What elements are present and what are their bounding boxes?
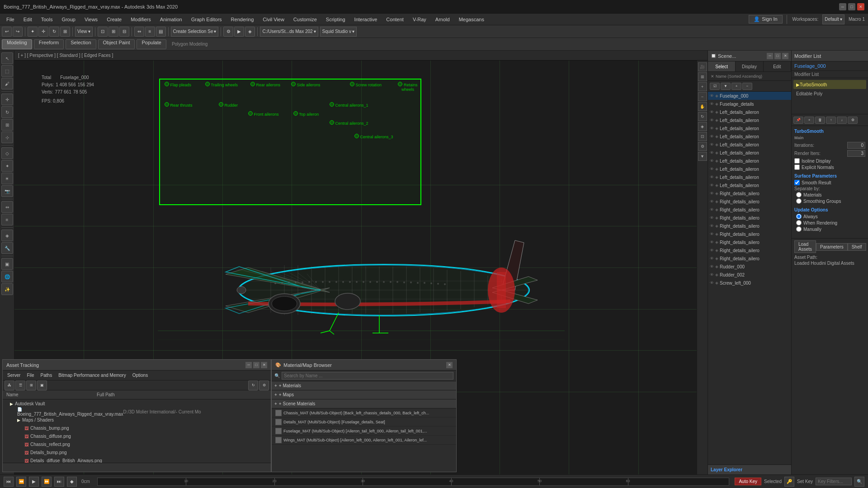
menu-animation[interactable]: Animation [156, 15, 187, 23]
set-key-btn[interactable]: 🔑 [784, 477, 794, 487]
minimize-button[interactable]: ─ [839, 3, 846, 10]
menu-file[interactable]: File [2, 15, 19, 23]
asset-settings-btn[interactable]: ⚙ [259, 380, 269, 390]
asset-menu-file[interactable]: File [24, 372, 37, 379]
asset-refresh-btn[interactable]: ↻ [248, 380, 258, 390]
move-button[interactable]: ✛ [38, 27, 48, 37]
viewport-settings[interactable]: ⚙ [698, 142, 707, 151]
asset-minimize-btn[interactable]: ─ [245, 362, 252, 368]
tab-edit[interactable]: Edit [764, 61, 791, 71]
snap-button[interactable]: ⊡ [98, 27, 108, 37]
load-assets-button[interactable]: Load Assets [794, 240, 816, 253]
paint-select-btn[interactable]: 🖌 [1, 78, 13, 89]
renderer-dropdown[interactable]: Squid Studio v ▾ [320, 27, 357, 37]
scene-close[interactable]: ✕ [782, 53, 788, 59]
when-rendering-radio[interactable] [796, 220, 802, 225]
asset-view-thumb[interactable]: ▣ [37, 380, 47, 390]
create-helpers-btn[interactable]: ✦ [1, 160, 13, 172]
select-tool-btn[interactable]: ↖ [1, 52, 13, 64]
timeline-zoom-btn[interactable]: 🔍 [854, 477, 864, 487]
scene-item-left6[interactable]: 👁◈ Left_details_aileron [708, 149, 791, 157]
scene-item-left3[interactable]: 👁◈ Left_details_aileron [708, 124, 791, 132]
menu-megascans[interactable]: Megascans [454, 15, 489, 23]
scene-item-left2[interactable]: 👁◈ Left_details_aileron [708, 116, 791, 124]
path-dropdown[interactable]: C:/Users/St...ds Max 202 ▾ [260, 27, 318, 37]
key-mode-btn[interactable]: ◆ [67, 477, 77, 487]
scene-materials-section[interactable]: + + Scene Materials [272, 399, 456, 408]
maps-section[interactable]: + + Maps [272, 390, 456, 399]
redo-button[interactable]: ↪ [13, 27, 23, 37]
scene-item-right6[interactable]: 👁◈ Right_details_ailero [708, 230, 791, 238]
shelf-tab-btn[interactable]: Shelf [848, 243, 866, 251]
scene-item-screw-left[interactable]: 👁◈ Screw_left_000 [708, 279, 791, 287]
asset-row-chassis-bump[interactable]: 🖼Chassis_bump.png [3, 424, 271, 432]
prev-frame-btn[interactable]: ⏪ [16, 477, 26, 487]
scene-item-left10[interactable]: 👁◈ Left_details_aileron [708, 181, 791, 189]
mod-move-down-btn[interactable]: ↓ [837, 117, 847, 124]
asset-view-detail[interactable]: ⊞ [26, 380, 36, 390]
render-button[interactable]: ▶ [234, 27, 244, 37]
tab-modeling[interactable]: Modeling [2, 39, 32, 49]
scale-button[interactable]: ⊞ [60, 27, 70, 37]
menu-interactive[interactable]: Interactive [350, 15, 382, 23]
scene-collapse[interactable]: − [742, 83, 752, 90]
asset-row-maps-folder[interactable]: ▶Maps / Shaders [3, 416, 271, 424]
asset-menu-server[interactable]: Server [5, 372, 23, 379]
snap3d-button[interactable]: ⊟ [119, 27, 129, 37]
scene-item-rudder002[interactable]: 👁◈ Rudder_002 [708, 271, 791, 279]
go-to-start-btn[interactable]: ⏮ [4, 477, 14, 487]
scene-item-right3[interactable]: 👁◈ Right_details_ailero [708, 206, 791, 214]
separate-materials-radio[interactable] [796, 192, 802, 197]
scene-item-fuselage000[interactable]: 👁◈ Fuselage_000 [708, 92, 791, 100]
next-frame-btn[interactable]: ⏩ [42, 477, 52, 487]
asset-view-list[interactable]: ☰ [15, 380, 25, 390]
scene-item-right9[interactable]: 👁◈ Right_details_ailero [708, 254, 791, 263]
scene-item-fuselage-details[interactable]: 👁◈ Fuselage_details [708, 100, 791, 108]
scene-item-left4[interactable]: 👁◈ Left_details_aileron [708, 132, 791, 141]
create-selection-dropdown[interactable]: Create Selection Se ▾ [171, 27, 219, 37]
smooth-result-checkbox[interactable] [794, 180, 800, 185]
tab-selection[interactable]: Selection [66, 39, 96, 49]
zoom-in[interactable]: + [698, 82, 707, 91]
maximize-viewport[interactable]: ⊡ [698, 132, 707, 141]
tab-object-paint[interactable]: Object Paint [98, 39, 135, 49]
menu-content[interactable]: Content [382, 15, 408, 23]
menu-create[interactable]: Create [102, 15, 126, 23]
iterations-input[interactable] [847, 142, 865, 149]
mod-pin-btn[interactable]: 📌 [793, 117, 803, 124]
scene-item-right2[interactable]: 👁◈ Right_details_ailero [708, 197, 791, 206]
align-button[interactable]: ≡ [145, 27, 155, 37]
create-shapes-btn[interactable]: ◇ [1, 147, 13, 159]
explicit-normals-checkbox[interactable] [794, 164, 800, 170]
scene-item-rudder000[interactable]: 👁◈ Rudder_000 [708, 263, 791, 271]
tab-freeform[interactable]: Freeform [34, 39, 64, 49]
menu-graph-editors[interactable]: Graph Editors [187, 15, 226, 23]
scene-item-left8[interactable]: 👁◈ Left_details_aileron [708, 165, 791, 173]
scene-item-right4[interactable]: 👁◈ Right_details_ailero [708, 214, 791, 222]
menu-vray[interactable]: V-Ray [408, 15, 431, 23]
select-button[interactable]: ✦ [28, 27, 38, 37]
menu-civil-view[interactable]: Civil View [258, 15, 288, 23]
material-btn[interactable]: ◈ [1, 230, 13, 241]
scene-item-left9[interactable]: 👁◈ Left_details_aileron [708, 173, 791, 181]
menu-edit[interactable]: Edit [19, 15, 37, 23]
mod-move-up-btn[interactable]: ↑ [826, 117, 836, 124]
asset-row-chassis-reflect[interactable]: 🖼Chassis_reflect.png [3, 440, 271, 448]
scene-item-right8[interactable]: 👁◈ Right_details_ailero [708, 246, 791, 254]
mod-remove-btn[interactable]: 🗑 [815, 117, 825, 124]
asset-menu-options[interactable]: Options [130, 372, 151, 379]
create-cameras-btn[interactable]: 📷 [1, 185, 13, 197]
matmap-close-btn[interactable]: ✕ [446, 362, 453, 368]
menu-modifiers[interactable]: Modifiers [126, 15, 156, 23]
always-radio[interactable] [796, 214, 802, 219]
undo-button[interactable]: ↩ [2, 27, 12, 37]
effects-btn[interactable]: ✨ [1, 283, 13, 295]
field-of-view[interactable]: ◈ [698, 122, 707, 131]
create-lights-btn[interactable]: ☀ [1, 173, 13, 184]
key-filters-input[interactable] [816, 478, 852, 485]
asset-menu-paths[interactable]: Paths [38, 372, 55, 379]
workspace-dropdown[interactable]: Default ▾ [822, 14, 844, 24]
scene-select-all[interactable]: ☑ [710, 83, 720, 90]
timeline-track[interactable]: 10 20 30 40 50 60 [97, 478, 730, 486]
menu-rendering[interactable]: Rendering [226, 15, 259, 23]
